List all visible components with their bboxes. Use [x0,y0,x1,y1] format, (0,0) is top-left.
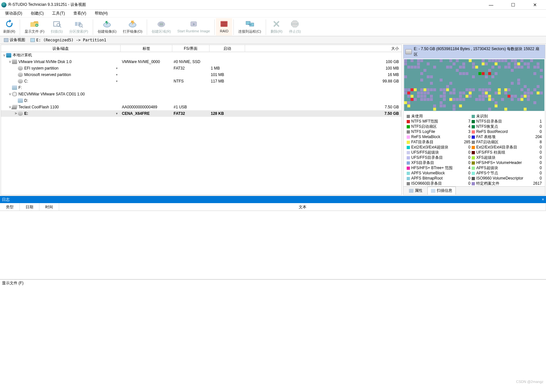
tool-start-runtime-label: Start Runtime Image [177,29,210,33]
cell-label: CENA_X64FRE [121,111,172,116]
tree-row[interactable]: Microsoft reserved partition▾101 MB16 MB [1,71,401,78]
log-col-text[interactable]: 文本 [59,203,546,211]
legend-value: 4 [460,124,471,129]
svg-line-4 [60,26,61,27]
dropdown-icon[interactable]: ▾ [116,80,119,83]
raid-icon [219,19,229,28]
tool-partition-search[interactable]: 分区搜索(P) [66,18,91,36]
tool-delete-label: 删除(R) [271,29,283,34]
legend-value: 8 [531,139,542,145]
part-icon [18,111,23,116]
tab-properties[interactable]: 属性 [405,187,426,195]
tree-toggle[interactable]: v [8,92,12,96]
dropdown-icon[interactable]: ▾ [116,73,119,76]
window-title: R-STUDIO Technician 9.3.191251 - 设备视图 [8,2,484,7]
cell-fs: NTFS [172,79,209,83]
col-start[interactable]: 启动 [209,45,245,52]
tool-delete[interactable]: 删除(R) [267,18,286,36]
col-device[interactable]: 设备/磁盘 [1,45,121,52]
nav-breadcrumb[interactable]: E: (Recognized5) -> Partition1 [28,37,108,43]
tool-connect-remote[interactable]: 连接到远程(C) [235,18,264,36]
svg-rect-16 [221,24,227,25]
tool-open-image[interactable]: 打开镜像(O) [120,18,145,36]
log-col-type[interactable]: 类型 [0,203,20,211]
tree-row[interactable]: F: [1,84,401,91]
tree-row[interactable]: v本地计算机 [1,52,401,59]
menu-create[interactable]: 创建(C) [27,10,48,17]
tree-row[interactable]: vVMware Virtual NVMe Disk 1.0VMWare NVME… [1,59,401,65]
maximize-button[interactable]: ☐ [506,0,520,9]
remote-icon [245,19,255,28]
tool-create-region[interactable]: 创建区域(R) [148,18,174,36]
legend-label: HFS/HFS+ BTree+ 范围 [411,166,453,170]
menu-help[interactable]: 帮助(H) [91,10,112,17]
swatch [472,161,475,165]
tree-row[interactable]: vNECVMWar VMware SATA CD01 1.00 [1,91,401,97]
tool-start-runtime[interactable]: Start Runtime Image [174,18,213,36]
tree-item-name: Microsoft reserved partition [24,72,71,77]
svg-text:+: + [36,24,38,27]
legend-value: 0 [460,160,471,165]
tree-item-name: C: [24,79,28,83]
tree-row[interactable]: C:▾NTFS117 MB99.88 GB [1,78,401,84]
dropdown-icon[interactable]: ▾ [116,67,119,70]
tree-toggle[interactable]: v [2,53,6,57]
col-label[interactable]: 标签 [121,45,172,52]
swatch [472,146,475,149]
tree-toggle[interactable]: v [8,60,12,64]
log-title: 日志 [2,197,10,202]
col-size[interactable]: 大小 [245,45,401,52]
log-col-time[interactable]: 时间 [39,203,59,211]
swatch [472,167,475,170]
cell-fs: #1 USB [172,105,209,109]
dropdown-icon[interactable]: ▾ [116,112,119,115]
tree-row[interactable]: EFI system partition▾FAT321 MB100 MB [1,65,401,71]
tool-show-files[interactable]: + 显示文件 (F) [21,18,48,36]
legend-label: Ext2/Ext3/Ext4目录条目 [476,145,517,149]
tree-row[interactable]: >E:▾CENA_X64FREFAT32128 KB7.50 GB [1,110,401,117]
legend-unknown: 未识别 [476,114,488,118]
menu-tools[interactable]: 工具(T) [48,10,69,17]
tree-row[interactable]: vTeclast CoolFlash 1100AA00000000000489#… [1,104,401,110]
right-tabs: 属性 扫描信息 [403,186,545,195]
minimize-button[interactable]: — [484,0,498,9]
menu-drive[interactable]: 驱动器(D) [1,10,26,17]
swatch [407,156,410,159]
tool-refresh[interactable]: 刷新(R) [0,18,18,36]
window-controls: — ☐ ✕ [484,0,542,9]
log-col-date[interactable]: 日期 [20,203,39,211]
col-fs[interactable]: FS/界面 [172,45,209,52]
log-body[interactable] [0,211,546,279]
runtime-icon [189,19,198,28]
legend-label: NTFS MFT范围 [411,119,438,124]
status-text: 显示文件 (F) [2,280,24,286]
legend-label: FAT启动扇区 [476,140,498,144]
nav-device-view[interactable]: 设备视图 [2,37,27,43]
tool-raid[interactable]: RAID [216,18,232,36]
swatch [472,177,475,180]
legend-label: Ext2/Ext3/Ext4超级块 [411,145,448,149]
tool-scan[interactable]: 扫描(S) [48,18,66,36]
menu-view[interactable]: 查看(V) [70,10,90,17]
tool-show-files-label: 显示文件 (F) [25,29,44,34]
tool-create-image[interactable]: 创建镜像(E) [94,18,120,36]
legend-value: 0 [531,165,542,170]
tool-stop[interactable]: STOP 停止(S) [286,18,304,36]
tree-item-name: D: [24,98,28,103]
tree-item-name: E: [24,111,28,116]
swatch [407,146,410,149]
legend-value: 0 [460,176,471,181]
swatch [407,130,410,134]
stop-icon: STOP [290,19,300,28]
tab-scan-info[interactable]: 扫描信息 [427,187,456,195]
legend-label: APFS个节点 [476,171,498,175]
tree-toggle[interactable]: > [14,111,18,115]
tree-body[interactable]: v本地计算机vVMware Virtual NVMe Disk 1.0VMWar… [1,52,401,117]
log-close-button[interactable]: × [542,197,544,202]
tree-row[interactable]: D: [1,97,401,104]
main-area: 设备/磁盘 标签 FS/界面 启动 大小 v本地计算机vVMware Virtu… [0,44,546,196]
swatch [407,177,410,180]
close-button[interactable]: ✕ [528,0,542,9]
block-map[interactable] [404,59,544,111]
legend-label: HFS/HFS+ VolumeHeader [476,160,522,165]
